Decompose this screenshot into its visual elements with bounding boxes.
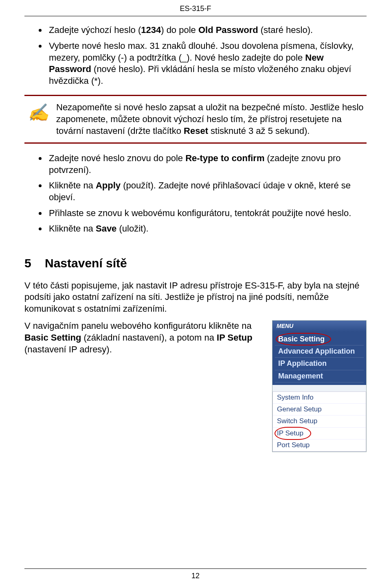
menu-screenshot: MENU Basic Setting Advanced Application … bbox=[272, 320, 367, 452]
submenu-item[interactable]: Port Setup bbox=[273, 439, 366, 451]
submenu-item[interactable]: System Info bbox=[273, 392, 366, 404]
section-heading: 5Nastavení sítě bbox=[24, 255, 367, 271]
list-item: Klikněte na Save (uložit). bbox=[47, 223, 367, 235]
instruction-list-1: Zadejte výchozí heslo (1234) do pole Old… bbox=[24, 24, 367, 87]
list-item: Přihlaste se znovu k webovému konfigurát… bbox=[47, 208, 367, 219]
menu-item-advanced[interactable]: Advanced Application bbox=[275, 345, 364, 358]
page-header: ES-315-F bbox=[24, 0, 367, 16]
menu-item-ip-app[interactable]: IP Application bbox=[275, 358, 364, 370]
paragraph: V navigačním panelu webového konfiguráto… bbox=[24, 320, 265, 355]
submenu-item-ip-setup[interactable]: IP Setup bbox=[273, 428, 366, 439]
paragraph: V této části popisujeme, jak nastavit IP… bbox=[24, 280, 367, 315]
note-callout: ✍ Nezapomeňte si nové heslo zapsat a ulo… bbox=[24, 95, 367, 144]
list-item: Zadejte nové heslo znovu do pole Re-type… bbox=[47, 153, 367, 176]
page-number: 12 bbox=[191, 572, 200, 580]
model-label: ES-315-F bbox=[180, 4, 211, 13]
submenu-item[interactable]: Switch Setup bbox=[273, 415, 366, 427]
page-footer: 12 bbox=[24, 568, 367, 581]
list-item: Zadejte výchozí heslo (1234) do pole Old… bbox=[47, 24, 367, 36]
instruction-list-2: Zadejte nové heslo znovu do pole Re-type… bbox=[24, 153, 367, 235]
note-text: Nezapomeňte si nové heslo zapsat a uloži… bbox=[56, 102, 367, 137]
list-item: Vyberte nové heslo max. 31 znaků dlouhé.… bbox=[47, 40, 367, 87]
submenu-item[interactable]: General Setup bbox=[273, 404, 366, 415]
menu-item-basic-setting[interactable]: Basic Setting bbox=[275, 333, 364, 345]
menu-item-management[interactable]: Management bbox=[275, 370, 364, 383]
menu-title: MENU bbox=[272, 321, 366, 331]
list-item: Klikněte na Apply (použít). Zadejte nové… bbox=[47, 180, 367, 203]
write-icon: ✍ bbox=[24, 104, 56, 121]
